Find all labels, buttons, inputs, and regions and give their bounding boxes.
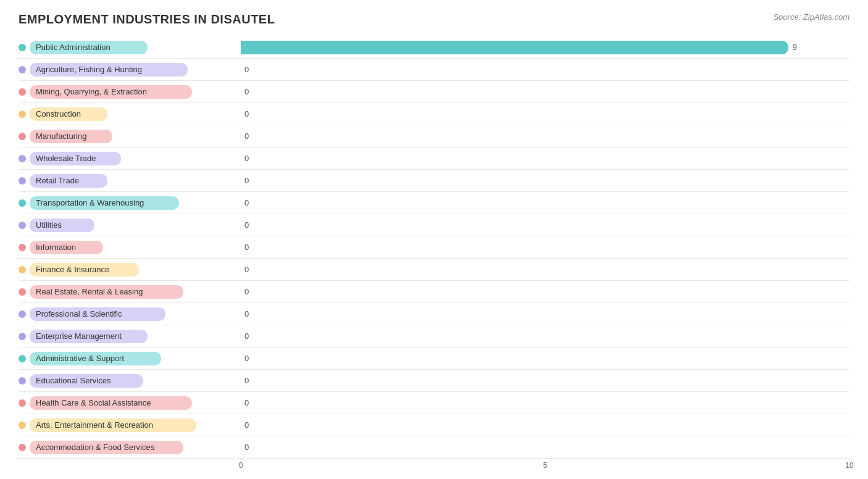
bar-value: 0: [244, 376, 249, 385]
chart-area: Public Administration 9 Agriculture, Fis…: [19, 36, 849, 459]
bar-row: Utilities 0: [19, 214, 849, 236]
industry-dot: [19, 377, 26, 385]
bar-row: Educational Services 0: [19, 370, 849, 392]
bar-track: 0: [241, 307, 849, 321]
industry-label: Utilities: [36, 220, 62, 230]
bar-row: Arts, Entertainment & Recreation 0: [19, 414, 849, 436]
bar-pill: Educational Services: [30, 374, 143, 388]
bar-row: Agriculture, Fishing & Hunting 0: [19, 59, 849, 81]
bar-row: Accommodation & Food Services 0: [19, 436, 849, 459]
industry-dot: [19, 333, 26, 340]
bar-track: 0: [241, 419, 849, 432]
bar-track: 0: [241, 374, 849, 388]
industry-dot: [19, 66, 26, 73]
bar-pill: Utilities: [30, 219, 94, 232]
bar-value: 0: [244, 220, 249, 230]
industry-label: Arts, Entertainment & Recreation: [36, 420, 153, 430]
bar-label-container: Wholesale Trade: [19, 152, 241, 165]
bar-pill: Wholesale Trade: [30, 152, 121, 165]
bar-label-container: Health Care & Social Assistance: [19, 396, 241, 410]
bar-track: 0: [241, 441, 849, 454]
bar-row: Construction 0: [19, 103, 849, 125]
bar-row: Real Estate, Rental & Leasing 0: [19, 281, 849, 303]
industry-dot: [19, 444, 26, 451]
bar-track: 0: [241, 396, 849, 410]
bar-value: 0: [244, 398, 249, 407]
bar-fill: [241, 41, 788, 54]
bar-pill: Construction: [30, 107, 107, 121]
industry-label: Transportation & Warehousing: [36, 198, 144, 207]
x-tick-label: 10: [845, 461, 853, 470]
bar-row: Wholesale Trade 0: [19, 148, 849, 170]
bar-track: 0: [241, 241, 849, 254]
industry-dot: [19, 155, 26, 162]
bar-pill: Agriculture, Fishing & Hunting: [30, 63, 188, 77]
industry-dot: [19, 399, 26, 407]
industry-label: Wholesale Trade: [36, 154, 96, 163]
industry-label: Retail Trade: [36, 176, 79, 185]
bar-pill: Public Administration: [30, 41, 148, 54]
industry-label: Health Care & Social Assistance: [36, 398, 151, 407]
bar-row: Transportation & Warehousing 0: [19, 192, 849, 214]
industry-label: Mining, Quarrying, & Extraction: [36, 87, 147, 96]
industry-dot: [19, 310, 26, 318]
industry-dot: [19, 88, 26, 96]
industry-label: Agriculture, Fishing & Hunting: [36, 65, 142, 74]
bar-track: 0: [241, 174, 849, 188]
bar-row: Professional & Scientific 0: [19, 303, 849, 325]
bar-row: Public Administration 9: [19, 36, 849, 59]
industry-label: Professional & Scientific: [36, 309, 122, 319]
industry-label: Public Administration: [36, 43, 111, 52]
bar-label-container: Mining, Quarrying, & Extraction: [19, 85, 241, 99]
industry-label: Educational Services: [36, 376, 111, 385]
bar-track: 0: [241, 330, 849, 343]
bar-label-container: Enterprise Management: [19, 330, 241, 343]
bar-label-container: Professional & Scientific: [19, 307, 241, 321]
industry-dot: [19, 110, 26, 118]
industry-dot: [19, 266, 26, 273]
industry-dot: [19, 355, 26, 362]
bar-pill: Administrative & Support: [30, 352, 161, 365]
bar-value: 0: [244, 154, 249, 163]
industry-dot: [19, 133, 26, 140]
bar-track: 0: [241, 263, 849, 277]
bar-label-container: Construction: [19, 107, 241, 121]
bar-pill: Mining, Quarrying, & Extraction: [30, 85, 192, 99]
bar-value: 0: [244, 176, 249, 185]
bar-label-container: Manufacturing: [19, 130, 241, 143]
x-axis-labels: 0510: [241, 461, 849, 473]
industry-label: Construction: [36, 109, 81, 119]
industry-dot: [19, 222, 26, 229]
bar-label-container: Public Administration: [19, 41, 241, 54]
x-tick-label: 5: [543, 461, 548, 470]
bar-track: 0: [241, 352, 849, 365]
x-tick-label: 0: [239, 461, 243, 470]
bar-pill: Manufacturing: [30, 130, 112, 143]
x-axis: 0510: [19, 461, 849, 473]
bar-value: 0: [244, 354, 249, 363]
bar-label-container: Educational Services: [19, 374, 241, 388]
industry-label: Manufacturing: [36, 131, 86, 141]
industry-label: Administrative & Support: [36, 354, 124, 363]
bar-pill: Accommodation & Food Services: [30, 441, 183, 454]
chart-header: EMPLOYMENT INDUSTRIES IN DISAUTEL Source…: [19, 12, 849, 27]
source-label: Source: ZipAtlas.com: [773, 12, 849, 22]
bar-row: Enterprise Management 0: [19, 325, 849, 348]
industry-label: Information: [36, 243, 76, 252]
bar-pill: Retail Trade: [30, 174, 107, 188]
bar-row: Health Care & Social Assistance 0: [19, 392, 849, 414]
bar-value: 0: [244, 131, 249, 141]
industry-dot: [19, 44, 26, 51]
bar-value: 0: [244, 109, 249, 119]
chart-title: EMPLOYMENT INDUSTRIES IN DISAUTEL: [19, 12, 275, 27]
bar-track: 9: [241, 41, 849, 54]
industry-dot: [19, 422, 26, 429]
bar-track: 0: [241, 63, 849, 77]
bar-value: 9: [792, 43, 796, 52]
bar-track: 0: [241, 219, 849, 232]
industry-dot: [19, 288, 26, 296]
bar-pill: Professional & Scientific: [30, 307, 165, 321]
bar-track: 0: [241, 196, 849, 210]
bar-track: 0: [241, 130, 849, 143]
bar-label-container: Real Estate, Rental & Leasing: [19, 285, 241, 299]
